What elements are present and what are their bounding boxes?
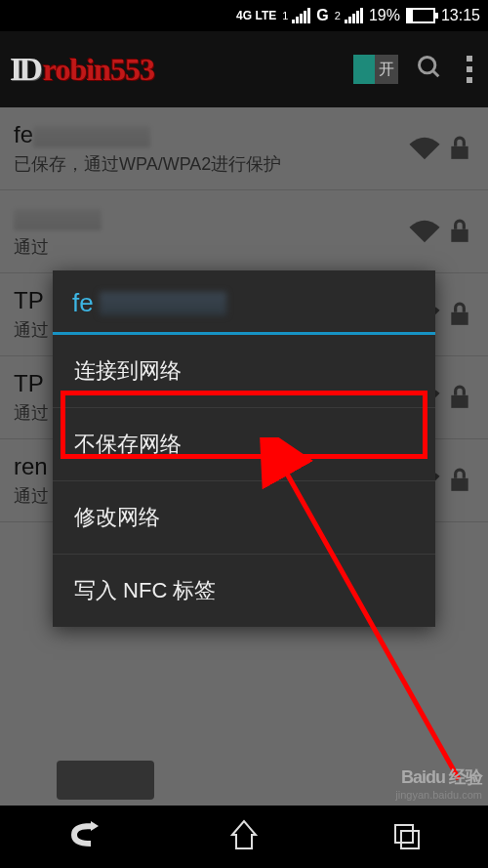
- svg-rect-8: [395, 825, 413, 843]
- signal-2-icon: [345, 8, 363, 23]
- lock-icon: [443, 136, 476, 161]
- redacted-text: [33, 126, 150, 147]
- network-type: 4G LTE: [236, 9, 276, 22]
- watermark: Baidu 经验 jingyan.baidu.com: [395, 767, 482, 802]
- home-button[interactable]: [224, 815, 264, 858]
- dialog-item-forget[interactable]: 不保存网络: [53, 408, 435, 481]
- svg-point-0: [420, 58, 435, 73]
- carrier-icon: G: [316, 7, 328, 24]
- svg-rect-6: [451, 478, 468, 491]
- wifi-toggle[interactable]: 开: [353, 55, 398, 84]
- recent-apps-icon: [387, 815, 427, 854]
- wifi-signal-icon: [408, 219, 476, 244]
- dot-icon: [467, 56, 472, 62]
- battery-percent: 19%: [369, 7, 400, 24]
- dialog-item-modify[interactable]: 修改网络: [53, 481, 435, 555]
- svg-line-1: [433, 71, 439, 77]
- wifi-signal-icon: [408, 136, 476, 161]
- svg-rect-2: [451, 146, 468, 159]
- wifi-subtitle: 已保存，通过WPA/WPA2进行保护: [14, 152, 474, 176]
- lock-icon: [443, 468, 476, 493]
- app-logo: ID robin553: [10, 51, 154, 88]
- network-context-dialog: fe 连接到网络 不保存网络 修改网络 写入 NFC 标签: [53, 270, 435, 627]
- recent-apps-button[interactable]: [387, 815, 427, 858]
- toggle-label: 开: [375, 60, 398, 80]
- home-icon: [224, 815, 264, 854]
- back-button[interactable]: [61, 815, 101, 858]
- svg-rect-4: [451, 312, 468, 325]
- redacted-text: [100, 292, 226, 315]
- overflow-menu-button[interactable]: [461, 50, 478, 89]
- clock: 13:15: [441, 7, 480, 24]
- svg-rect-5: [451, 395, 468, 408]
- dialog-title: fe: [53, 270, 435, 332]
- battery-icon: [406, 8, 435, 23]
- redacted-text: [14, 209, 102, 230]
- app-header: ID robin553 开: [0, 31, 488, 107]
- back-icon: [61, 815, 101, 854]
- wifi-item[interactable]: fe 已保存，通过WPA/WPA2进行保护: [0, 107, 488, 190]
- dialog-item-connect[interactable]: 连接到网络: [53, 335, 435, 408]
- search-icon: [416, 54, 443, 81]
- wifi-item[interactable]: 通过: [0, 190, 488, 273]
- dialog-item-nfc[interactable]: 写入 NFC 标签: [53, 555, 435, 627]
- lock-icon: [443, 385, 476, 410]
- toggle-knob: [353, 55, 375, 84]
- svg-rect-3: [451, 229, 468, 242]
- status-bar: 4G LTE 1 G 2 19% 13:15: [0, 0, 488, 31]
- lock-icon: [443, 219, 476, 244]
- navigation-bar: [0, 806, 488, 868]
- lock-icon: [443, 302, 476, 327]
- signal-1-icon: [292, 8, 310, 23]
- watermark-block: [57, 761, 154, 800]
- svg-rect-9: [401, 831, 419, 848]
- search-button[interactable]: [416, 54, 443, 85]
